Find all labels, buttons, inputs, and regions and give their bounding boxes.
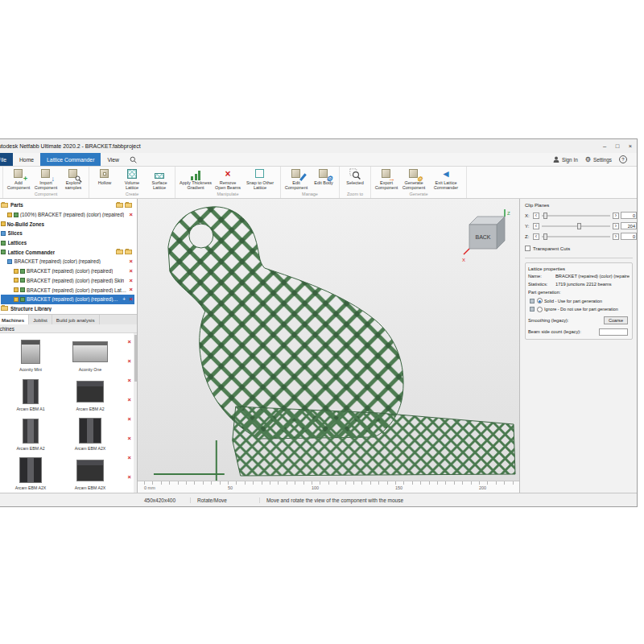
remove-machine-icon[interactable]: × bbox=[128, 378, 131, 384]
button-label: Explore samples bbox=[60, 180, 87, 190]
tree-item-slices[interactable]: Slices bbox=[1, 229, 134, 238]
tree-item-lc-component[interactable]: BRACKET (repaired) (color) (repaired) × bbox=[1, 266, 134, 276]
tree-item-no-build-zones[interactable]: No-Build Zones bbox=[1, 219, 134, 229]
delete-icon[interactable]: × bbox=[130, 287, 133, 293]
tree-item-lattices[interactable]: Lattices bbox=[1, 238, 134, 248]
viewport-3d[interactable]: BACK Z X 0 mm 50 100 150 200 bbox=[138, 199, 519, 493]
clip-z-decrease-button[interactable]: ‹ bbox=[533, 233, 539, 240]
tab-home[interactable]: Home bbox=[13, 153, 40, 166]
machine-item[interactable]: Arcam EBM A2 bbox=[62, 376, 118, 413]
clip-y-slider[interactable] bbox=[542, 225, 610, 227]
folder-icon[interactable] bbox=[116, 203, 123, 208]
clip-z-slider[interactable] bbox=[542, 236, 610, 237]
tree-item-lc-part[interactable]: BRACKET (repaired) (color) (repaired) × bbox=[1, 257, 134, 266]
remove-machine-icon[interactable]: × bbox=[128, 436, 131, 442]
smoothing-button[interactable]: Coarse bbox=[604, 316, 628, 324]
hollow-button[interactable]: Hollow bbox=[91, 167, 118, 192]
remove-machine-icon[interactable]: × bbox=[128, 339, 131, 345]
add-component-button[interactable]: + Add Component bbox=[5, 167, 32, 192]
remove-machine-icon[interactable]: × bbox=[128, 474, 131, 481]
maximize-button[interactable]: □ bbox=[611, 140, 624, 153]
machine-item[interactable]: Arcam EBM A2X bbox=[2, 455, 59, 492]
clip-x-value[interactable]: 0 bbox=[621, 212, 637, 219]
clip-y-increase-button[interactable]: › bbox=[613, 223, 619, 229]
machine-item[interactable]: Arcam EBM A2X bbox=[62, 415, 118, 452]
sign-in-button[interactable]: Sign In bbox=[553, 156, 577, 163]
machine-item[interactable]: Aconity One bbox=[62, 336, 118, 374]
tree-item-structure-library[interactable]: Structure Library bbox=[1, 304, 134, 314]
machines-list: Aconity Mini Aconity One Arcam EBM A1 Ar… bbox=[0, 333, 137, 493]
delete-icon[interactable]: × bbox=[130, 268, 133, 275]
clip-z-increase-button[interactable]: › bbox=[613, 233, 619, 240]
slider-handle[interactable] bbox=[543, 233, 547, 240]
clip-z-value[interactable]: 0 bbox=[621, 233, 637, 240]
delete-icon[interactable]: × bbox=[130, 212, 133, 218]
delete-icon[interactable]: × bbox=[130, 296, 133, 303]
tab-view[interactable]: View bbox=[101, 153, 126, 166]
tab-machines[interactable]: Machines bbox=[0, 315, 29, 324]
delete-icon[interactable]: × bbox=[130, 258, 133, 265]
clip-x-increase-button[interactable]: › bbox=[613, 213, 619, 219]
transparent-cuts-checkbox[interactable] bbox=[525, 246, 530, 251]
tab-joblist[interactable]: Joblist bbox=[29, 315, 52, 324]
ignore-radio[interactable] bbox=[537, 307, 543, 312]
remove-machine-icon[interactable]: × bbox=[128, 416, 131, 423]
volume-lattice-button[interactable]: Volume Lattice bbox=[118, 167, 146, 192]
tree-label: (100%) BRACKET (repaired) (color) (repai… bbox=[20, 212, 124, 217]
ruler-ticks bbox=[144, 481, 516, 485]
machine-item[interactable]: Aconity Mini bbox=[2, 336, 59, 374]
tree-item-lc-lattice-selected[interactable]: BRACKET (repaired) (color) (repaired) La… bbox=[1, 295, 134, 304]
tree-item-part[interactable]: (100%) BRACKET (repaired) (color) (repai… bbox=[1, 210, 134, 220]
machine-item[interactable]: Arcam EBM A1 bbox=[2, 376, 59, 413]
clip-y-decrease-button[interactable]: ‹ bbox=[533, 223, 539, 229]
export-component-button[interactable]: → Export Component bbox=[373, 167, 400, 192]
remove-machine-icon[interactable]: × bbox=[128, 358, 131, 365]
import-component-button[interactable]: ↓ Import Component bbox=[32, 167, 60, 192]
machine-item[interactable]: Arcam EBM A2 bbox=[2, 415, 59, 452]
remove-machine-icon[interactable]: × bbox=[128, 455, 131, 461]
machine-item[interactable]: Arcam EBM A2X bbox=[62, 455, 118, 492]
delete-icon[interactable]: × bbox=[130, 278, 133, 284]
help-icon[interactable]: ? bbox=[619, 155, 627, 163]
generate-component-button[interactable]: ⚙ Generate Component bbox=[400, 167, 427, 192]
folder-icon[interactable] bbox=[116, 250, 123, 254]
zoom-selected-button[interactable]: Selected bbox=[341, 167, 369, 192]
tab-lattice-commander[interactable]: Lattice Commander bbox=[40, 153, 101, 166]
snap-to-other-lattice-button[interactable]: Snap to Other Lattice bbox=[242, 167, 279, 192]
machines-scrollbar[interactable] bbox=[134, 333, 137, 493]
add-icon[interactable]: + bbox=[122, 296, 127, 302]
orientation-cube[interactable]: BACK Z X bbox=[461, 208, 511, 265]
clip-x-slider[interactable] bbox=[542, 215, 610, 217]
tree-item-lc-lattice[interactable]: BRACKET (repaired) (color) (repaired) La… bbox=[1, 285, 134, 295]
ribbon-group-component: + Add Component ↓ Import Component Explo… bbox=[3, 167, 89, 198]
surface-lattice-button[interactable]: Surface Lattice bbox=[146, 167, 173, 192]
solid-radio[interactable] bbox=[537, 298, 543, 303]
edit-component-button[interactable]: Edit Component bbox=[283, 167, 310, 192]
part-generation-solid-option[interactable]: Solid - Use for part generation bbox=[530, 298, 630, 303]
folder-open-icon[interactable] bbox=[125, 203, 132, 208]
part-generation-ignore-option[interactable]: Ignore - Do not use for part generation bbox=[530, 307, 630, 312]
explore-samples-button[interactable]: Explore samples bbox=[60, 167, 87, 192]
apply-thickness-gradient-button[interactable]: Apply Thickness Gradient bbox=[177, 167, 214, 192]
tab-file[interactable]: File bbox=[0, 153, 13, 166]
tree-item-lattice-commander[interactable]: Lattice Commander bbox=[1, 247, 134, 257]
remove-open-beams-button[interactable]: × Remove Open Beams bbox=[214, 167, 242, 192]
edit-body-button[interactable]: ⚙ Edit Body bbox=[310, 167, 337, 192]
beam-side-count-input[interactable] bbox=[599, 328, 628, 336]
clip-y-value[interactable]: 204 bbox=[621, 222, 637, 229]
minimize-button[interactable]: – bbox=[598, 140, 611, 153]
machines-header: Machines bbox=[0, 324, 137, 333]
search-icon[interactable] bbox=[126, 153, 140, 166]
slider-handle[interactable] bbox=[577, 223, 581, 229]
slider-handle[interactable] bbox=[543, 213, 547, 219]
ribbon-group-zoom-to: Selected Zoom to bbox=[340, 167, 371, 198]
settings-button[interactable]: ⚙ Settings bbox=[585, 156, 612, 163]
close-button[interactable]: × bbox=[624, 140, 637, 153]
tab-build-job-analysis[interactable]: Build job analysis bbox=[52, 315, 100, 324]
tree-item-lc-skin[interactable]: BRACKET (repaired) (color) (repaired) Sk… bbox=[1, 276, 134, 286]
tree-item-parts[interactable]: Parts bbox=[1, 200, 134, 210]
folder-open-icon[interactable] bbox=[125, 250, 132, 254]
clip-x-decrease-button[interactable]: ‹ bbox=[533, 213, 539, 219]
exit-lattice-commander-button[interactable]: ◄ Exit Lattice Commander bbox=[427, 167, 464, 192]
remove-machine-icon[interactable]: × bbox=[128, 397, 131, 403]
